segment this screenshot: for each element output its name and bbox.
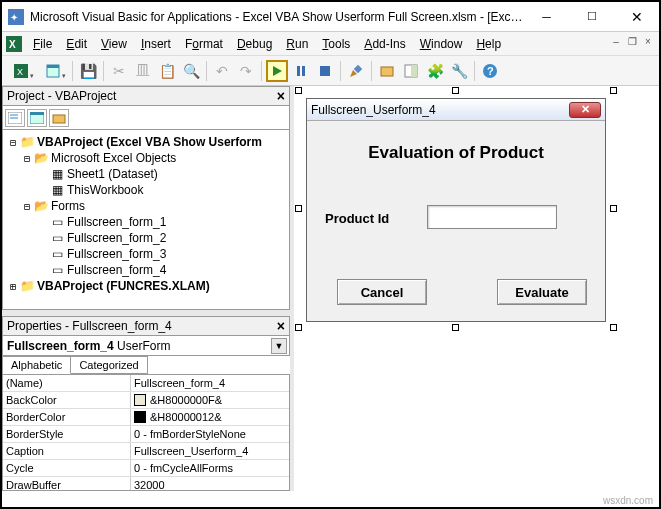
form-icon: ▭ <box>49 247 65 261</box>
toolbox-button[interactable]: 🔧 <box>448 60 470 82</box>
menu-format[interactable]: Format <box>178 35 230 53</box>
tree-form-1[interactable]: Fullscreen_form_1 <box>67 215 166 229</box>
form-designer[interactable]: Fullscreen_Userform_4 ✕ Evaluation of Pr… <box>294 86 659 491</box>
tree-form-3[interactable]: Fullscreen_form_3 <box>67 247 166 261</box>
chevron-down-icon[interactable]: ▼ <box>271 338 287 354</box>
tree-project-2[interactable]: VBAProject (FUNCRES.XLAM) <box>37 279 210 293</box>
prop-name[interactable]: Fullscreen_form_4 <box>131 375 289 391</box>
prop-cycle[interactable]: 0 - fmCycleAllForms <box>131 460 289 476</box>
prop-bordercolor[interactable]: &H80000012& <box>131 409 289 425</box>
svg-rect-14 <box>381 67 393 76</box>
tree-project-1[interactable]: VBAProject (Excel VBA Show Userform <box>37 135 262 149</box>
form-icon: ▭ <box>49 263 65 277</box>
run-button[interactable] <box>266 60 288 82</box>
prop-caption[interactable]: Fullscreen_Userform_4 <box>131 443 289 459</box>
tree-form-4[interactable]: Fullscreen_form_4 <box>67 263 166 277</box>
svg-text:?: ? <box>487 65 494 77</box>
tree-form-2[interactable]: Fullscreen_form_2 <box>67 231 166 245</box>
object-browser-button[interactable]: 🧩 <box>424 60 446 82</box>
sheet-icon: ▦ <box>49 167 65 181</box>
doc-restore-button[interactable]: ❐ <box>625 34 639 48</box>
menu-tools[interactable]: Tools <box>315 35 357 53</box>
design-mode-button[interactable] <box>345 60 367 82</box>
prop-borderstyle[interactable]: 0 - fmBorderStyleNone <box>131 426 289 442</box>
insert-userform-button[interactable] <box>38 60 68 82</box>
svg-rect-16 <box>411 65 417 77</box>
minimize-button[interactable] <box>524 3 569 31</box>
doc-minimize-button[interactable]: – <box>609 34 623 48</box>
menu-file[interactable]: File <box>26 35 59 53</box>
properties-object-selector[interactable]: Fullscreen_form_4 UserForm ▼ <box>2 336 290 356</box>
tab-categorized[interactable]: Categorized <box>71 356 147 374</box>
cut-button[interactable]: ✂ <box>108 60 130 82</box>
window-title: Microsoft Visual Basic for Applications … <box>30 10 524 24</box>
maximize-button[interactable] <box>569 3 614 31</box>
redo-button[interactable]: ↷ <box>235 60 257 82</box>
product-id-textbox[interactable] <box>427 205 557 229</box>
watermark: wsxdn.com <box>603 495 653 506</box>
view-code-icon[interactable] <box>5 109 25 127</box>
cancel-button[interactable]: Cancel <box>337 279 427 305</box>
folder-icon: 📂 <box>33 199 49 213</box>
tree-sheet1[interactable]: Sheet1 (Dataset) <box>67 167 158 181</box>
product-id-label[interactable]: Product Id <box>325 211 389 226</box>
menu-bar: X File Edit View Insert Format Debug Run… <box>2 32 659 56</box>
help-button[interactable]: ? <box>479 60 501 82</box>
menu-view[interactable]: View <box>94 35 134 53</box>
menu-insert[interactable]: Insert <box>134 35 178 53</box>
menu-addins[interactable]: Add-Ins <box>357 35 412 53</box>
view-excel-button[interactable]: X <box>6 60 36 82</box>
properties-grid[interactable]: (Name)Fullscreen_form_4 BackColor&H80000… <box>2 374 290 491</box>
view-object-icon[interactable] <box>27 109 47 127</box>
folder-icon: 📂 <box>33 151 49 165</box>
tree-folder-objects[interactable]: Microsoft Excel Objects <box>51 151 176 165</box>
tree-thisworkbook[interactable]: ThisWorkbook <box>67 183 143 197</box>
standard-toolbar: X 💾 ✂ ⽫ 📋 🔍 ↶ ↷ 🧩 🔧 ? <box>2 56 659 86</box>
project-panel-title: Project - VBAProject <box>7 89 116 103</box>
heading-label[interactable]: Evaluation of Product <box>317 143 595 163</box>
break-button[interactable] <box>290 60 312 82</box>
toggle-folders-icon[interactable] <box>49 109 69 127</box>
properties-panel-close-icon[interactable]: × <box>277 318 285 334</box>
copy-button[interactable]: ⽫ <box>132 60 154 82</box>
project-panel-close-icon[interactable]: × <box>277 88 285 104</box>
tree-folder-forms[interactable]: Forms <box>51 199 85 213</box>
userform-caption: Fullscreen_Userform_4 <box>311 103 436 117</box>
project-panel-header: Project - VBAProject × <box>2 86 290 106</box>
save-button[interactable]: 💾 <box>77 60 99 82</box>
close-button[interactable] <box>614 3 659 31</box>
svg-rect-13 <box>354 64 362 72</box>
svg-rect-10 <box>302 66 305 76</box>
project-icon: 📁 <box>19 135 35 149</box>
project-tree[interactable]: ⊟📁VBAProject (Excel VBA Show Userform ⊟📂… <box>2 130 290 310</box>
title-bar: ✦ Microsoft Visual Basic for Application… <box>2 2 659 32</box>
workbook-icon: ▦ <box>49 183 65 197</box>
menu-edit[interactable]: Edit <box>59 35 94 53</box>
tab-alphabetic[interactable]: Alphabetic <box>3 356 71 374</box>
properties-panel-title: Properties - Fullscreen_form_4 <box>7 319 172 333</box>
menu-window[interactable]: Window <box>413 35 470 53</box>
reset-button[interactable] <box>314 60 336 82</box>
find-button[interactable]: 🔍 <box>180 60 202 82</box>
svg-rect-9 <box>297 66 300 76</box>
menu-debug[interactable]: Debug <box>230 35 279 53</box>
properties-window-button[interactable] <box>400 60 422 82</box>
svg-rect-11 <box>320 66 330 76</box>
project-icon: 📁 <box>19 279 35 293</box>
paste-button[interactable]: 📋 <box>156 60 178 82</box>
menu-run[interactable]: Run <box>279 35 315 53</box>
doc-close-button[interactable]: × <box>641 34 655 48</box>
menu-help[interactable]: Help <box>469 35 508 53</box>
prop-drawbuffer[interactable]: 32000 <box>131 477 289 491</box>
userform-titlebar: Fullscreen_Userform_4 ✕ <box>307 99 605 121</box>
svg-text:X: X <box>9 39 16 50</box>
prop-backcolor[interactable]: &H8000000F& <box>131 392 289 408</box>
form-icon: ▭ <box>49 215 65 229</box>
evaluate-button[interactable]: Evaluate <box>497 279 587 305</box>
project-explorer-button[interactable] <box>376 60 398 82</box>
undo-button[interactable]: ↶ <box>211 60 233 82</box>
userform-close-icon[interactable]: ✕ <box>569 102 601 118</box>
userform-designer[interactable]: Fullscreen_Userform_4 ✕ Evaluation of Pr… <box>306 98 606 322</box>
excel-doc-icon[interactable]: X <box>6 36 22 52</box>
svg-text:X: X <box>17 67 23 77</box>
